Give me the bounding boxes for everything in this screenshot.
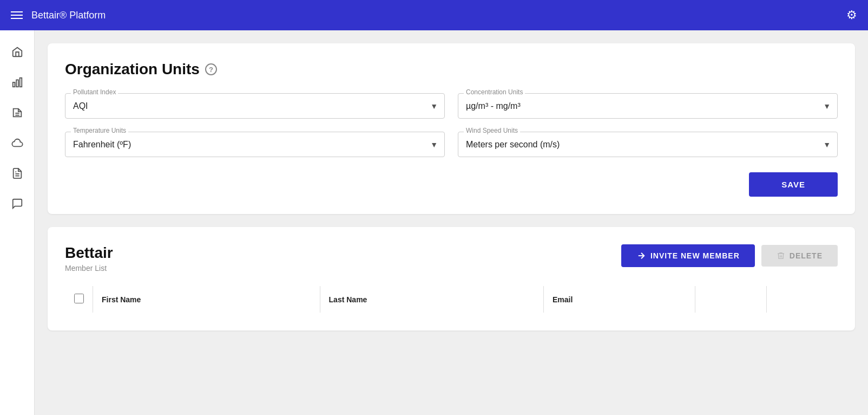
invite-arrow-icon [636,251,646,261]
wind-speed-units-field: Wind Speed Units Meters per second (m/s)… [458,132,838,157]
member-actions: INVITE NEW MEMBER DELETE [621,244,838,267]
table-header: First Name Last Name Email [65,286,838,313]
help-icon[interactable]: ? [205,63,217,75]
save-row: SAVE [65,172,838,197]
settings-icon[interactable]: ⚙ [846,8,857,22]
units-form-grid: Pollutant Index AQI CAQI Custom ▼ Concen… [65,93,838,157]
concentration-units-select[interactable]: µg/m³ - mg/m³ ppb - ppm [466,98,816,114]
pollutant-index-arrow: ▼ [430,102,438,111]
select-all-checkbox[interactable] [74,294,84,303]
delete-trash-icon [777,251,785,260]
col-extra-1 [695,286,766,313]
main-content: Organization Units ? Pollutant Index AQI… [35,30,868,415]
sidebar-item-analytics[interactable] [4,69,30,95]
checkbox-header-cell [65,286,93,313]
org-name: Bettair [65,244,113,262]
sidebar-item-home[interactable] [4,39,30,65]
invite-button[interactable]: INVITE NEW MEMBER [621,244,755,267]
svg-rect-1 [16,80,18,87]
sidebar-item-reports[interactable] [4,100,30,126]
table-header-row: First Name Last Name Email [65,286,838,313]
svg-rect-2 [19,78,22,87]
app-title: Bettair® Platform [31,10,106,21]
save-button[interactable]: SAVE [749,172,838,197]
topbar: Bettair® Platform ⚙ [0,0,868,30]
pollutant-index-label: Pollutant Index [71,88,118,96]
svg-rect-0 [12,82,15,87]
sidebar [0,30,35,415]
topbar-left: Bettair® Platform [11,10,106,21]
wind-speed-units-select[interactable]: Meters per second (m/s) Kilometers per h… [466,137,816,152]
col-last-name: Last Name [320,286,543,313]
pollutant-index-field: Pollutant Index AQI CAQI Custom ▼ [65,93,445,119]
pollutant-index-select[interactable]: AQI CAQI Custom [73,98,423,114]
wind-speed-units-label: Wind Speed Units [464,127,520,134]
col-email: Email [543,286,695,313]
member-section-card: Bettair Member List INVITE NEW MEMBER DE… [48,227,855,330]
member-header: Bettair Member List INVITE NEW MEMBER DE… [65,244,838,273]
temperature-units-select[interactable]: Fahrenheit (ºF) Celsius (ºC) [73,137,423,152]
member-title-block: Bettair Member List [65,244,113,273]
delete-button[interactable]: DELETE [761,245,838,267]
organization-units-card: Organization Units ? Pollutant Index AQI… [48,43,855,214]
temperature-units-label: Temperature Units [71,127,128,134]
menu-button[interactable] [11,11,23,19]
org-units-title: Organization Units ? [65,61,838,78]
col-extra-2 [766,286,837,313]
col-first-name: First Name [93,286,320,313]
concentration-units-label: Concentration Units [464,88,525,96]
temperature-units-arrow: ▼ [430,140,438,149]
sidebar-item-messages[interactable] [4,191,30,217]
temperature-units-field: Temperature Units Fahrenheit (ºF) Celsiu… [65,132,445,157]
main-layout: Organization Units ? Pollutant Index AQI… [0,30,868,415]
sidebar-item-documents[interactable] [4,160,30,186]
concentration-units-arrow: ▼ [823,102,831,111]
sidebar-item-cloud[interactable] [4,130,30,156]
concentration-units-field: Concentration Units µg/m³ - mg/m³ ppb - … [458,93,838,119]
wind-speed-units-arrow: ▼ [823,140,831,149]
member-subtitle: Member List [65,264,113,273]
member-table: First Name Last Name Email [65,286,838,313]
